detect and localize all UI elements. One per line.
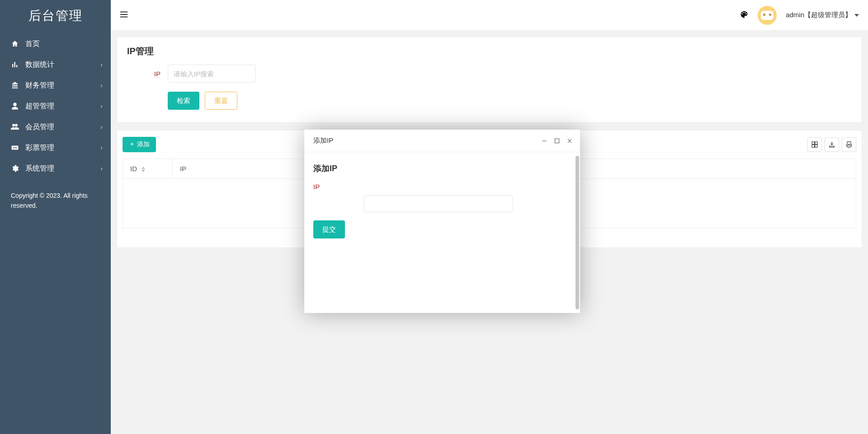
- sidebar-nav: 首页 数据统计 › 财务管理 › 超管管理 ›: [0, 32, 111, 179]
- sidebar-item-label: 彩票管理: [25, 143, 54, 153]
- chevron-right-icon: ›: [100, 82, 103, 89]
- column-ip-label: IP: [180, 165, 186, 173]
- search-ip-input[interactable]: [168, 65, 256, 83]
- sidebar-item-label: 首页: [25, 39, 40, 49]
- sidebar-item-stats[interactable]: 数据统计 ›: [0, 54, 111, 75]
- chevron-right-icon: ›: [100, 103, 103, 110]
- dialog-submit-button[interactable]: 提交: [313, 220, 345, 238]
- plus-icon: [129, 141, 135, 149]
- export-button[interactable]: [825, 137, 839, 152]
- column-id[interactable]: ID: [123, 159, 173, 179]
- close-button[interactable]: [566, 138, 573, 144]
- page-title: IP管理: [117, 37, 862, 62]
- chevron-right-icon: ›: [100, 165, 103, 172]
- ticket-icon: [10, 144, 20, 152]
- dialog-ip-input[interactable]: [364, 195, 513, 212]
- dialog-form-title: 添加IP: [311, 157, 574, 181]
- chevron-right-icon: ›: [100, 123, 103, 131]
- bank-icon: [10, 81, 20, 89]
- search-ip-label: IP: [127, 70, 168, 78]
- sidebar: 后台管理 首页 数据统计 › 财务管理 › 超管管理: [0, 0, 111, 434]
- sidebar-item-lottery[interactable]: 彩票管理 ›: [0, 137, 111, 158]
- sidebar-item-label: 数据统计: [25, 60, 54, 70]
- print-button[interactable]: [842, 137, 856, 152]
- sidebar-item-label: 财务管理: [25, 81, 54, 90]
- sidebar-item-label: 超管管理: [25, 102, 54, 111]
- chevron-right-icon: ›: [100, 61, 103, 68]
- scrollbar[interactable]: [576, 156, 579, 309]
- dialog-ip-label: IP: [311, 181, 574, 195]
- sidebar-item-finance[interactable]: 财务管理 ›: [0, 75, 111, 96]
- maximize-button[interactable]: [554, 138, 560, 144]
- sidebar-item-label: 系统管理: [25, 164, 54, 173]
- sidebar-item-label: 会员管理: [25, 122, 54, 132]
- sidebar-copyright: Copyright © 2023. All rights reserved.: [0, 179, 111, 223]
- theme-button[interactable]: [740, 10, 749, 21]
- add-button[interactable]: 添加: [123, 137, 156, 152]
- topbar: admin【超级管理员】: [111, 0, 868, 31]
- sidebar-item-superadmin[interactable]: 超管管理 ›: [0, 96, 111, 117]
- users-icon: [10, 123, 20, 131]
- chevron-right-icon: ›: [100, 144, 103, 151]
- sidebar-item-members[interactable]: 会员管理 ›: [0, 117, 111, 137]
- sort-icon[interactable]: [142, 167, 145, 172]
- user-icon: [10, 102, 20, 110]
- dialog-titlebar[interactable]: 添加IP: [304, 130, 580, 152]
- sidebar-item-system[interactable]: 系统管理 ›: [0, 158, 111, 179]
- user-menu[interactable]: admin【超级管理员】: [786, 11, 859, 19]
- avatar[interactable]: [758, 6, 777, 25]
- column-id-label: ID: [130, 165, 137, 173]
- search-button[interactable]: 检索: [168, 92, 199, 110]
- sidebar-toggle-button[interactable]: [119, 9, 129, 21]
- caret-down-icon: [854, 14, 859, 17]
- svg-rect-0: [555, 139, 559, 143]
- brand-title: 后台管理: [0, 0, 111, 32]
- chart-icon: [10, 61, 20, 69]
- add-button-label: 添加: [137, 140, 150, 149]
- add-ip-dialog: 添加IP 添加IP IP 提交: [304, 130, 580, 313]
- dialog-title: 添加IP: [313, 136, 333, 145]
- reset-button[interactable]: 重置: [205, 92, 237, 110]
- minimize-button[interactable]: [541, 138, 547, 144]
- search-card: IP管理 IP 检索 重置: [117, 37, 862, 122]
- home-icon: [10, 40, 20, 48]
- username-label: admin【超级管理员】: [786, 11, 852, 19]
- sidebar-item-home[interactable]: 首页: [0, 33, 111, 54]
- columns-button[interactable]: [807, 137, 822, 152]
- gear-icon: [10, 164, 20, 173]
